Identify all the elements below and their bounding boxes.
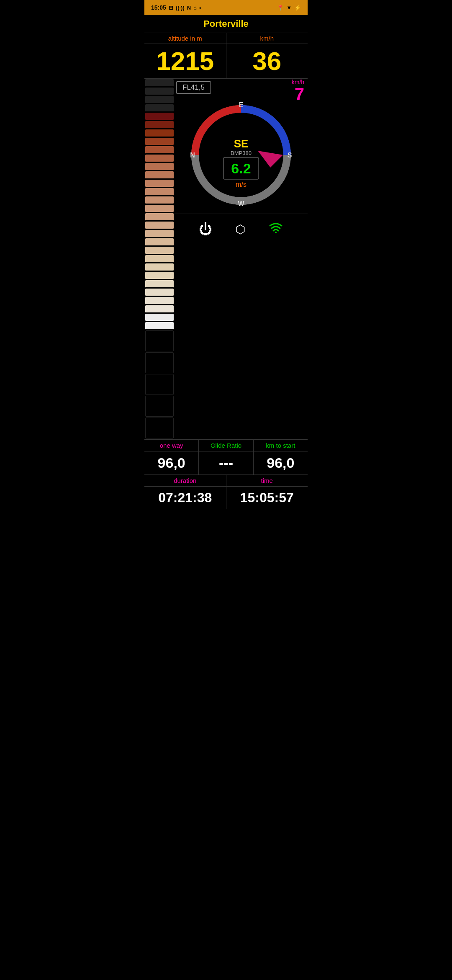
black-cell-4 bbox=[145, 418, 174, 438]
status-icon-n: N bbox=[187, 5, 191, 11]
color-bar-19 bbox=[145, 238, 174, 246]
status-left: 15:05 ⊟ ((·)) N ⌂ • bbox=[151, 4, 201, 11]
color-bar-11 bbox=[145, 171, 174, 179]
color-bar-6 bbox=[145, 129, 174, 137]
svg-text:S: S bbox=[288, 152, 292, 159]
color-bar-3 bbox=[145, 104, 174, 112]
color-bar-24 bbox=[145, 280, 174, 288]
svg-text:BMP380: BMP380 bbox=[231, 150, 252, 156]
bottom-labels-row: duration time bbox=[144, 475, 308, 487]
altitude-label: altitude in m bbox=[144, 33, 226, 44]
color-bar-18 bbox=[145, 230, 174, 237]
one-way-value: 96,0 bbox=[144, 451, 199, 475]
fl-level: FL41,5 bbox=[176, 81, 211, 94]
color-bar-20 bbox=[145, 247, 174, 254]
stats-labels-row: one way Glide Ratio km to start bbox=[144, 440, 308, 451]
status-icon-home: ⌂ bbox=[193, 5, 197, 11]
duration-value: 07:21:38 bbox=[144, 487, 226, 509]
location-name: Porterville bbox=[203, 18, 249, 29]
power-button[interactable]: ⏻ bbox=[199, 222, 212, 237]
glide-ratio-label: Glide Ratio bbox=[199, 440, 253, 451]
status-icon-battery: ⚡ bbox=[294, 5, 301, 11]
color-bar-25 bbox=[145, 289, 174, 296]
status-icon-nfc: ((·)) bbox=[176, 5, 185, 11]
app-title: Porterville bbox=[144, 15, 308, 33]
time-value: 15:05:57 bbox=[226, 487, 308, 509]
top-data-row: altitude in m 1215 km/h 36 bbox=[144, 33, 308, 79]
km-to-start-value: 96,0 bbox=[254, 451, 308, 475]
rotate-button[interactable]: ⬡ bbox=[235, 222, 245, 236]
svg-text:W: W bbox=[238, 200, 244, 207]
bottom-values-row: 07:21:38 15:05:57 bbox=[144, 487, 308, 509]
black-cell-0 bbox=[145, 330, 174, 351]
color-bar-17 bbox=[145, 222, 174, 229]
color-bars bbox=[144, 79, 175, 439]
color-bar-10 bbox=[145, 163, 174, 170]
color-bar-28 bbox=[145, 314, 174, 321]
altitude-cell: altitude in m 1215 bbox=[144, 33, 226, 78]
color-bar-13 bbox=[145, 188, 174, 196]
black-cell-1 bbox=[145, 352, 174, 373]
black-cell-2 bbox=[145, 374, 174, 395]
wifi-button[interactable] bbox=[268, 220, 283, 238]
fl-row: FL41,5 km/h 7 bbox=[175, 79, 308, 96]
compass-svg: E S W N SE BMP380 6.2 m/s bbox=[187, 101, 295, 209]
status-bar: 15:05 ⊟ ((·)) N ⌂ • 📍 ▼ ⚡ bbox=[144, 0, 308, 15]
color-bar-15 bbox=[145, 205, 174, 212]
black-cell-3 bbox=[145, 396, 174, 417]
svg-point-11 bbox=[275, 232, 277, 233]
time-label: time bbox=[226, 475, 308, 486]
km-to-start-label: km to start bbox=[254, 440, 308, 451]
color-bar-5 bbox=[145, 121, 174, 129]
svg-text:E: E bbox=[239, 101, 244, 108]
speed-cell: km/h 36 bbox=[226, 33, 308, 78]
color-bar-7 bbox=[145, 138, 174, 145]
one-way-label: one way bbox=[144, 440, 199, 451]
compass-area: E S W N SE BMP380 6.2 m/s bbox=[175, 96, 308, 214]
color-bar-9 bbox=[145, 155, 174, 162]
altitude-value: 1215 bbox=[144, 44, 226, 78]
color-bar-1 bbox=[145, 88, 174, 95]
color-bar-2 bbox=[145, 96, 174, 103]
svg-text:6.2: 6.2 bbox=[231, 160, 251, 176]
right-content: FL41,5 km/h 7 E S bbox=[175, 79, 308, 439]
status-icon-dot: • bbox=[199, 5, 201, 11]
color-bar-27 bbox=[145, 305, 174, 313]
color-bar-0 bbox=[145, 79, 174, 87]
status-right: 📍 ▼ ⚡ bbox=[277, 5, 301, 11]
bottom-stats: one way Glide Ratio km to start 96,0 ---… bbox=[144, 439, 308, 509]
color-bar-22 bbox=[145, 263, 174, 271]
middle-section: FL41,5 km/h 7 E S bbox=[144, 79, 308, 439]
svg-text:N: N bbox=[190, 152, 195, 159]
color-bar-21 bbox=[145, 255, 174, 263]
status-icon-wifi: ▼ bbox=[286, 5, 292, 11]
stats-values-row: 96,0 --- 96,0 bbox=[144, 451, 308, 475]
icon-row: ⏻ ⬡ bbox=[175, 214, 308, 244]
svg-text:m/s: m/s bbox=[236, 181, 247, 188]
svg-text:SE: SE bbox=[234, 137, 249, 150]
speed-value: 36 bbox=[226, 44, 308, 78]
color-bar-29 bbox=[145, 322, 174, 330]
duration-label: duration bbox=[144, 475, 226, 486]
color-bar-14 bbox=[145, 196, 174, 204]
color-bar-16 bbox=[145, 213, 174, 221]
color-bar-26 bbox=[145, 297, 174, 304]
status-icon-sim: ⊟ bbox=[169, 5, 173, 11]
color-bar-12 bbox=[145, 180, 174, 187]
color-bar-23 bbox=[145, 272, 174, 279]
svg-marker-5 bbox=[258, 151, 283, 168]
status-time: 15:05 bbox=[151, 4, 166, 11]
glide-ratio-value: --- bbox=[199, 451, 253, 475]
color-bar-8 bbox=[145, 146, 174, 154]
speed-label: km/h bbox=[226, 33, 308, 44]
color-bar-4 bbox=[145, 113, 174, 120]
status-icon-location: 📍 bbox=[277, 5, 284, 11]
